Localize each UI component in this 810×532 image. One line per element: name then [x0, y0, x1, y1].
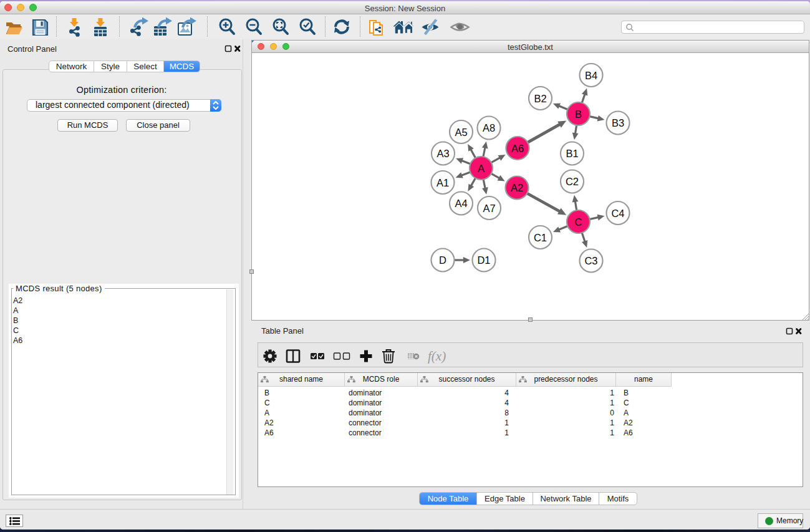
svg-text:A7: A7 [483, 203, 495, 214]
svg-text:C1: C1 [534, 232, 547, 243]
svg-text:A1: A1 [436, 177, 449, 188]
svg-text:C: C [575, 216, 582, 228]
svg-text:C3: C3 [584, 255, 597, 266]
svg-text:A6: A6 [511, 143, 524, 154]
svg-text:B4: B4 [585, 70, 597, 81]
svg-text:A4: A4 [455, 198, 467, 209]
svg-text:D1: D1 [477, 254, 490, 266]
svg-text:f(x): f(x) [428, 349, 446, 364]
svg-text:C4: C4 [611, 208, 624, 219]
svg-text:A8: A8 [483, 122, 495, 133]
svg-text:B1: B1 [566, 148, 578, 159]
svg-text:A3: A3 [436, 148, 449, 159]
svg-text:A5: A5 [455, 127, 467, 138]
svg-text:A: A [478, 163, 485, 174]
svg-text:B: B [575, 109, 582, 120]
svg-text:A2: A2 [511, 182, 523, 193]
svg-text:C2: C2 [566, 176, 579, 187]
svg-text:B2: B2 [534, 93, 546, 104]
svg-text:D: D [439, 254, 446, 266]
svg-text:B3: B3 [612, 117, 624, 128]
